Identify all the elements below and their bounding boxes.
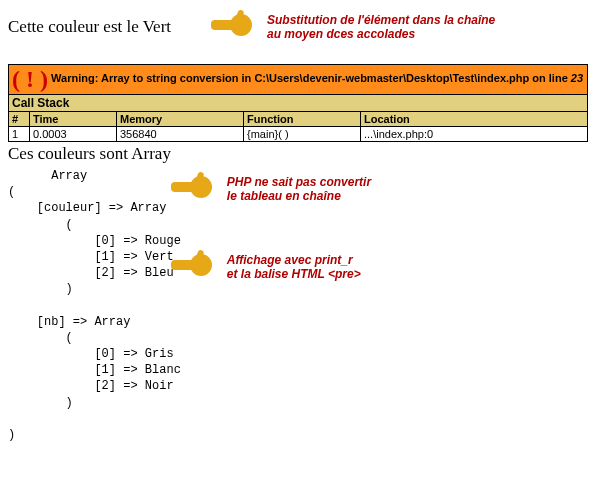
hand-icon — [171, 170, 221, 208]
col-time: Time — [30, 112, 117, 127]
annotation-3-line2: et la balise HTML <pre> — [227, 267, 361, 281]
annotation-2: PHP ne sait pas convertir le tableau en … — [227, 175, 371, 204]
cell-time: 0.0003 — [30, 127, 117, 142]
intro-text: Cette couleur est le Vert — [8, 17, 171, 37]
hand-icon — [171, 248, 221, 286]
annotation-1-line2: au moyen dces accolades — [267, 27, 415, 41]
cell-location: ...\index.php:0 — [361, 127, 588, 142]
callstack-title: Call Stack — [9, 95, 588, 112]
annotation-1: Substitution de l'élément dans la chaîne… — [267, 13, 495, 42]
bang-icon: ( ! ) — [12, 66, 48, 92]
cell-memory: 356840 — [117, 127, 244, 142]
warn-on: on line — [529, 72, 571, 84]
hand-icon — [211, 8, 261, 46]
col-location: Location — [361, 112, 588, 127]
xdebug-table: ( ! ) Warning: Array to string conversio… — [8, 64, 588, 142]
print-r-output: Array ( [couleur] => Array ( [0] => Roug… — [8, 168, 181, 443]
col-memory: Memory — [117, 112, 244, 127]
xdebug-warning-text: Warning: Array to string conversion in C… — [51, 72, 583, 84]
col-n: # — [9, 112, 30, 127]
dump-row: Array ( [couleur] => Array ( [0] => Roug… — [8, 164, 592, 443]
annotation-2-line2: le tableau en chaîne — [227, 189, 341, 203]
col-function: Function — [244, 112, 361, 127]
array-echo-text: Ces couleurs sont Array — [8, 144, 592, 164]
annotation-3-line1: Affichage avec print_r — [227, 253, 353, 267]
intro-row: Cette couleur est le Vert Substitution d… — [8, 8, 592, 46]
warn-label: Warning: Array to string conversion in — [51, 72, 254, 84]
warn-line: 23 — [571, 72, 583, 84]
annotation-3-row: Affichage avec print_r et la balise HTML… — [171, 248, 371, 286]
xdebug-warning-row: ( ! ) Warning: Array to string conversio… — [9, 65, 588, 95]
cell-function: {main}( ) — [244, 127, 361, 142]
callstack-row: 1 0.0003 356840 {main}( ) ...\index.php:… — [9, 127, 588, 142]
annotation-1-line1: Substitution de l'élément dans la chaîne — [267, 13, 495, 27]
annotation-2-line1: PHP ne sait pas convertir — [227, 175, 371, 189]
cell-n: 1 — [9, 127, 30, 142]
annotation-3: Affichage avec print_r et la balise HTML… — [227, 253, 361, 282]
callstack-header-row: # Time Memory Function Location — [9, 112, 588, 127]
annotation-2-row: PHP ne sait pas convertir le tableau en … — [171, 170, 371, 208]
annotations-right: PHP ne sait pas convertir le tableau en … — [171, 170, 371, 286]
warn-path: C:\Users\devenir-webmaster\Desktop\Test\… — [254, 72, 529, 84]
